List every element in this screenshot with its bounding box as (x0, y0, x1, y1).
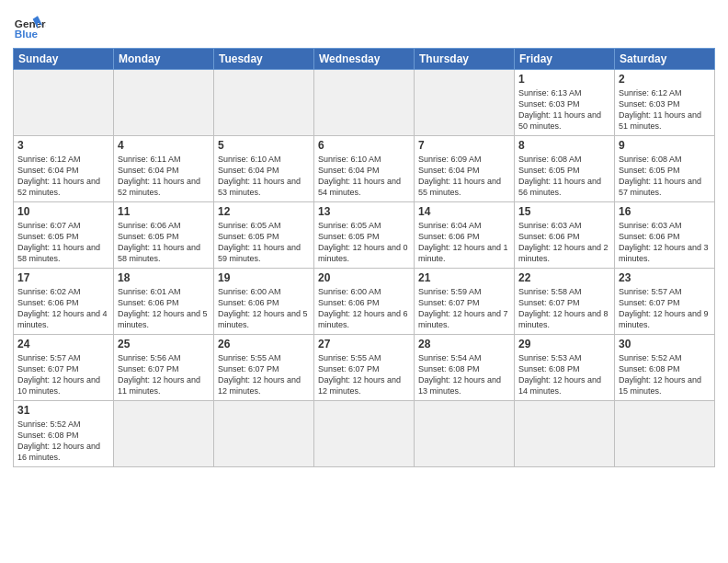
weekday-header-monday: Monday (114, 49, 214, 70)
calendar-cell: 31Sunrise: 5:52 AM Sunset: 6:08 PM Dayli… (14, 401, 114, 467)
day-number: 1 (518, 73, 610, 86)
day-number: 23 (619, 271, 711, 284)
calendar-cell: 17Sunrise: 6:02 AM Sunset: 6:06 PM Dayli… (14, 269, 114, 335)
weekday-header-thursday: Thursday (415, 49, 515, 70)
day-info: Sunrise: 6:13 AM Sunset: 6:03 PM Dayligh… (518, 87, 610, 132)
calendar-cell: 15Sunrise: 6:03 AM Sunset: 6:06 PM Dayli… (515, 202, 615, 269)
day-info: Sunrise: 6:05 AM Sunset: 6:05 PM Dayligh… (318, 220, 410, 265)
calendar-cell (314, 70, 415, 136)
calendar-cell: 20Sunrise: 6:00 AM Sunset: 6:06 PM Dayli… (314, 269, 415, 335)
calendar-cell (314, 401, 415, 467)
header: General Blue (13, 9, 715, 42)
day-number: 5 (218, 139, 310, 152)
day-number: 24 (17, 338, 109, 350)
calendar-cell (114, 70, 214, 136)
week-row-0: 1Sunrise: 6:13 AM Sunset: 6:03 PM Daylig… (14, 70, 715, 136)
day-info: Sunrise: 6:10 AM Sunset: 6:04 PM Dayligh… (218, 154, 310, 199)
day-info: Sunrise: 6:11 AM Sunset: 6:04 PM Dayligh… (118, 154, 210, 199)
calendar-cell: 29Sunrise: 5:53 AM Sunset: 6:08 PM Dayli… (515, 335, 615, 401)
day-info: Sunrise: 5:58 AM Sunset: 6:07 PM Dayligh… (518, 286, 610, 331)
day-number: 26 (218, 338, 310, 350)
calendar-cell: 8Sunrise: 6:08 AM Sunset: 6:05 PM Daylig… (515, 136, 615, 202)
week-row-2: 10Sunrise: 6:07 AM Sunset: 6:05 PM Dayli… (14, 202, 715, 269)
calendar-cell (214, 70, 314, 136)
calendar-cell (114, 401, 214, 467)
calendar-cell: 25Sunrise: 5:56 AM Sunset: 6:07 PM Dayli… (114, 335, 214, 401)
day-number: 19 (218, 271, 310, 284)
day-info: Sunrise: 6:04 AM Sunset: 6:06 PM Dayligh… (418, 220, 510, 265)
calendar-table: SundayMondayTuesdayWednesdayThursdayFrid… (13, 48, 715, 467)
calendar-cell: 6Sunrise: 6:10 AM Sunset: 6:04 PM Daylig… (314, 136, 415, 202)
day-number: 27 (318, 338, 410, 350)
day-info: Sunrise: 6:03 AM Sunset: 6:06 PM Dayligh… (518, 220, 610, 265)
day-number: 20 (318, 271, 410, 284)
day-number: 18 (118, 271, 210, 284)
calendar-cell: 21Sunrise: 5:59 AM Sunset: 6:07 PM Dayli… (415, 269, 515, 335)
calendar-cell: 7Sunrise: 6:09 AM Sunset: 6:04 PM Daylig… (415, 136, 515, 202)
calendar-cell (14, 70, 114, 136)
day-info: Sunrise: 5:52 AM Sunset: 6:08 PM Dayligh… (17, 419, 109, 464)
day-info: Sunrise: 5:52 AM Sunset: 6:08 PM Dayligh… (619, 352, 711, 397)
calendar-cell: 14Sunrise: 6:04 AM Sunset: 6:06 PM Dayli… (415, 202, 515, 269)
calendar-cell: 10Sunrise: 6:07 AM Sunset: 6:05 PM Dayli… (14, 202, 114, 269)
calendar-cell: 19Sunrise: 6:00 AM Sunset: 6:06 PM Dayli… (214, 269, 314, 335)
day-info: Sunrise: 6:08 AM Sunset: 6:05 PM Dayligh… (518, 154, 610, 199)
calendar-cell (214, 401, 314, 467)
day-number: 15 (518, 205, 610, 218)
calendar-cell: 9Sunrise: 6:08 AM Sunset: 6:05 PM Daylig… (615, 136, 715, 202)
weekday-header-sunday: Sunday (14, 49, 114, 70)
day-info: Sunrise: 5:59 AM Sunset: 6:07 PM Dayligh… (418, 286, 510, 331)
calendar-cell: 23Sunrise: 5:57 AM Sunset: 6:07 PM Dayli… (615, 269, 715, 335)
day-info: Sunrise: 5:54 AM Sunset: 6:08 PM Dayligh… (418, 352, 510, 397)
calendar-cell: 4Sunrise: 6:11 AM Sunset: 6:04 PM Daylig… (114, 136, 214, 202)
calendar-cell: 27Sunrise: 5:55 AM Sunset: 6:07 PM Dayli… (314, 335, 415, 401)
day-number: 12 (218, 205, 310, 218)
day-info: Sunrise: 6:08 AM Sunset: 6:05 PM Dayligh… (619, 154, 711, 199)
calendar-cell: 28Sunrise: 5:54 AM Sunset: 6:08 PM Dayli… (415, 335, 515, 401)
weekday-header-tuesday: Tuesday (214, 49, 314, 70)
calendar-cell: 1Sunrise: 6:13 AM Sunset: 6:03 PM Daylig… (515, 70, 615, 136)
logo-icon: General Blue (13, 9, 46, 42)
week-row-3: 17Sunrise: 6:02 AM Sunset: 6:06 PM Dayli… (14, 269, 715, 335)
day-number: 17 (17, 271, 109, 284)
day-number: 4 (118, 139, 210, 152)
calendar-cell: 12Sunrise: 6:05 AM Sunset: 6:05 PM Dayli… (214, 202, 314, 269)
week-row-4: 24Sunrise: 5:57 AM Sunset: 6:07 PM Dayli… (14, 335, 715, 401)
calendar-cell: 3Sunrise: 6:12 AM Sunset: 6:04 PM Daylig… (14, 136, 114, 202)
day-number: 16 (619, 205, 711, 218)
day-number: 13 (318, 205, 410, 218)
day-number: 9 (619, 139, 711, 152)
day-number: 8 (518, 139, 610, 152)
day-info: Sunrise: 6:12 AM Sunset: 6:03 PM Dayligh… (619, 87, 711, 132)
calendar-cell: 22Sunrise: 5:58 AM Sunset: 6:07 PM Dayli… (515, 269, 615, 335)
calendar-cell: 26Sunrise: 5:55 AM Sunset: 6:07 PM Dayli… (214, 335, 314, 401)
calendar-cell: 16Sunrise: 6:03 AM Sunset: 6:06 PM Dayli… (615, 202, 715, 269)
weekday-header-saturday: Saturday (615, 49, 715, 70)
calendar-cell: 13Sunrise: 6:05 AM Sunset: 6:05 PM Dayli… (314, 202, 415, 269)
day-info: Sunrise: 6:09 AM Sunset: 6:04 PM Dayligh… (418, 154, 510, 199)
day-number: 29 (518, 338, 610, 350)
day-number: 21 (418, 271, 510, 284)
logo: General Blue (13, 9, 46, 42)
calendar-cell (615, 401, 715, 467)
day-number: 30 (619, 338, 711, 350)
calendar-cell: 5Sunrise: 6:10 AM Sunset: 6:04 PM Daylig… (214, 136, 314, 202)
calendar-cell: 11Sunrise: 6:06 AM Sunset: 6:05 PM Dayli… (114, 202, 214, 269)
day-info: Sunrise: 5:55 AM Sunset: 6:07 PM Dayligh… (218, 352, 310, 397)
day-info: Sunrise: 6:01 AM Sunset: 6:06 PM Dayligh… (118, 286, 210, 331)
day-number: 6 (318, 139, 410, 152)
day-info: Sunrise: 5:56 AM Sunset: 6:07 PM Dayligh… (118, 352, 210, 397)
day-number: 2 (619, 73, 711, 86)
calendar-cell (415, 70, 515, 136)
day-number: 11 (118, 205, 210, 218)
calendar-cell: 30Sunrise: 5:52 AM Sunset: 6:08 PM Dayli… (615, 335, 715, 401)
day-info: Sunrise: 6:02 AM Sunset: 6:06 PM Dayligh… (17, 286, 109, 331)
day-info: Sunrise: 6:00 AM Sunset: 6:06 PM Dayligh… (318, 286, 410, 331)
calendar-cell: 24Sunrise: 5:57 AM Sunset: 6:07 PM Dayli… (14, 335, 114, 401)
day-info: Sunrise: 5:57 AM Sunset: 6:07 PM Dayligh… (619, 286, 711, 331)
svg-text:Blue: Blue (15, 28, 39, 40)
weekday-header-friday: Friday (515, 49, 615, 70)
day-number: 10 (17, 205, 109, 218)
day-number: 14 (418, 205, 510, 218)
day-info: Sunrise: 5:55 AM Sunset: 6:07 PM Dayligh… (318, 352, 410, 397)
